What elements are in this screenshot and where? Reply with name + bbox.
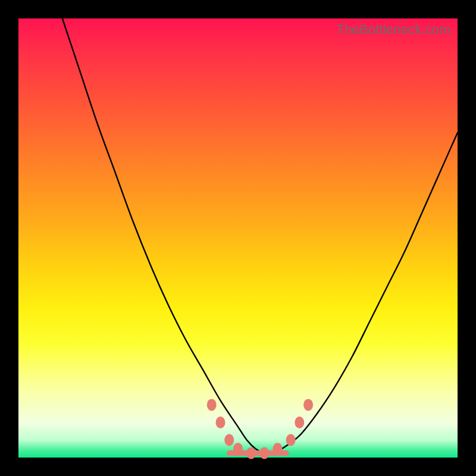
highlight-dot [246,447,256,459]
highlight-dot [233,443,243,455]
chart-svg [18,18,458,458]
highlight-dot [273,443,282,455]
highlight-dot [259,447,269,459]
bottleneck-curve [62,18,458,454]
highlight-dot [224,434,234,446]
highlight-dot [286,434,296,446]
highlight-dots [207,399,313,459]
chart-frame: TheBottleneck.com [0,0,476,476]
plot-area: TheBottleneck.com [18,18,458,458]
highlight-dot [295,416,304,428]
highlight-dot [207,399,217,411]
highlight-dot [216,416,226,428]
highlight-dot [303,399,313,411]
